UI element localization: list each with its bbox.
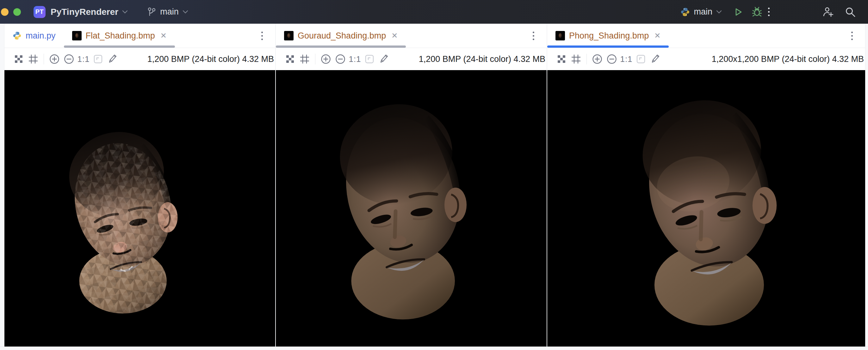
code-with-me-button[interactable] [823, 6, 834, 18]
editor-pane-gouraud: Gouraud_Shading.bmp ✕ [276, 24, 547, 347]
image-viewport-phong[interactable] [547, 70, 865, 347]
pycharm-window: PT PyTinyRenderer main main [0, 0, 868, 350]
tab-options-menu[interactable] [256, 29, 268, 42]
image-toolbar: 1:1 1,200 BMP (24-bit color) 4.32 MB [276, 48, 547, 70]
flat-shading-render [45, 105, 206, 340]
titlebar-actions: main [680, 6, 868, 18]
zoom-out-button[interactable] [333, 52, 348, 66]
toggle-grid-button[interactable] [569, 52, 583, 66]
branch-name: main [160, 7, 179, 17]
tab-bar: main.py Flat_Shading.bmp ✕ [4, 24, 275, 48]
add-user-icon [823, 6, 834, 18]
gouraud-shading-render [310, 89, 502, 335]
edit-externally-button[interactable] [648, 52, 663, 66]
toggle-grid-button[interactable] [26, 52, 40, 66]
close-tab-button[interactable]: ✕ [654, 31, 660, 40]
zoom-out-icon [335, 54, 346, 64]
python-icon [680, 7, 690, 17]
grid-icon [571, 54, 581, 64]
image-info-status: 1,200x1,200 BMP (24-bit color) 4.32 MB [712, 54, 864, 64]
phong-shading-render [612, 85, 812, 340]
pencil-icon [650, 54, 660, 64]
traffic-lights [1, 8, 21, 16]
chessboard-icon [557, 54, 566, 64]
tab-label: main.py [26, 31, 56, 41]
run-configuration-widget[interactable]: main [680, 7, 722, 17]
actual-size-button[interactable]: 1:1 [76, 52, 91, 66]
image-toolbar: 1:1 1,200x1,200 BMP (24-bit color) 4.32 … [547, 48, 865, 70]
zoom-out-icon [64, 54, 74, 64]
pencil-icon [107, 54, 118, 64]
zoom-out-icon [607, 54, 617, 64]
tab-label: Gouraud_Shading.bmp [298, 31, 386, 41]
tab-bar: Phong_Shading.bmp ✕ [547, 24, 865, 48]
image-toolbar: 1:1 1,200 BMP (24-bit color) 4.32 MB [4, 48, 275, 70]
zoom-in-button[interactable] [47, 52, 62, 66]
toolbar-separator [586, 54, 587, 64]
fit-to-window-icon [636, 54, 646, 64]
image-info-status: 1,200 BMP (24-bit color) 4.32 MB [147, 54, 274, 64]
minimize-button[interactable] [1, 8, 8, 16]
bug-icon [752, 7, 762, 18]
project-icon[interactable]: PT [34, 6, 45, 18]
zoom-in-icon [320, 54, 331, 64]
edit-externally-button[interactable] [377, 52, 391, 66]
toggle-chessboard-button[interactable] [11, 52, 26, 66]
actual-size-button[interactable]: 1:1 [619, 52, 633, 66]
fit-to-window-icon [93, 54, 103, 64]
zoom-in-icon [592, 54, 602, 64]
image-info-status: 1,200 BMP (24-bit color) 4.32 MB [419, 54, 545, 64]
zoom-in-button[interactable] [318, 52, 333, 66]
tab-label: Phong_Shading.bmp [569, 31, 649, 41]
close-tab-button[interactable]: ✕ [391, 31, 398, 40]
search-icon [845, 6, 856, 18]
search-everywhere-button[interactable] [845, 6, 856, 18]
edit-externally-button[interactable] [105, 52, 120, 66]
editor-area: main.py Flat_Shading.bmp ✕ [0, 24, 868, 347]
fit-zoom-to-window-button [633, 52, 648, 66]
titlebar-more-menu[interactable] [762, 6, 775, 18]
tab-label: Flat_Shading.bmp [86, 31, 155, 41]
toggle-grid-button[interactable] [297, 52, 312, 66]
editor-pane-phong: Phong_Shading.bmp ✕ [547, 24, 865, 347]
zoom-out-button[interactable] [604, 52, 619, 66]
zoom-out-button[interactable] [62, 52, 76, 66]
fit-zoom-to-window-button [91, 52, 105, 66]
grid-icon [28, 54, 38, 64]
tab-phong-shading[interactable]: Phong_Shading.bmp ✕ [547, 24, 669, 48]
run-button[interactable] [733, 7, 743, 17]
project-name[interactable]: PyTinyRenderer [51, 7, 118, 17]
zoom-in-button[interactable] [590, 52, 604, 66]
image-thumbnail-icon [72, 31, 82, 40]
toggle-chessboard-button[interactable] [283, 52, 297, 66]
editor-pane-flat: main.py Flat_Shading.bmp ✕ [4, 24, 275, 347]
tab-flat-shading[interactable]: Flat_Shading.bmp ✕ [64, 24, 175, 48]
tab-options-menu[interactable] [527, 29, 540, 42]
fit-zoom-to-window-button [362, 52, 377, 66]
toggle-chessboard-button[interactable] [554, 52, 569, 66]
actual-size-button[interactable]: 1:1 [348, 52, 362, 66]
toolbar-separator [315, 54, 315, 64]
git-branch-widget[interactable]: main [147, 7, 188, 17]
bottom-status-strip [0, 347, 868, 350]
pencil-icon [379, 54, 389, 64]
chessboard-icon [14, 54, 23, 64]
fullscreen-button[interactable] [13, 8, 21, 16]
chevron-down-icon [122, 10, 128, 13]
tab-options-menu[interactable] [845, 29, 858, 42]
tab-bar: Gouraud_Shading.bmp ✕ [276, 24, 547, 48]
fit-to-window-icon [365, 54, 374, 64]
chessboard-icon [285, 54, 295, 64]
tab-main-py[interactable]: main.py [4, 24, 64, 48]
debug-button[interactable] [752, 7, 762, 18]
actual-size-label: 1:1 [349, 54, 361, 64]
tab-gouraud-shading[interactable]: Gouraud_Shading.bmp ✕ [276, 24, 406, 48]
image-viewport-flat[interactable] [4, 70, 275, 347]
zoom-in-icon [49, 54, 60, 64]
close-tab-button[interactable]: ✕ [160, 31, 167, 40]
grid-icon [300, 54, 309, 64]
chevron-down-icon [183, 10, 188, 13]
git-branch-icon [147, 7, 156, 17]
python-file-icon [13, 31, 22, 40]
image-viewport-gouraud[interactable] [276, 70, 547, 347]
